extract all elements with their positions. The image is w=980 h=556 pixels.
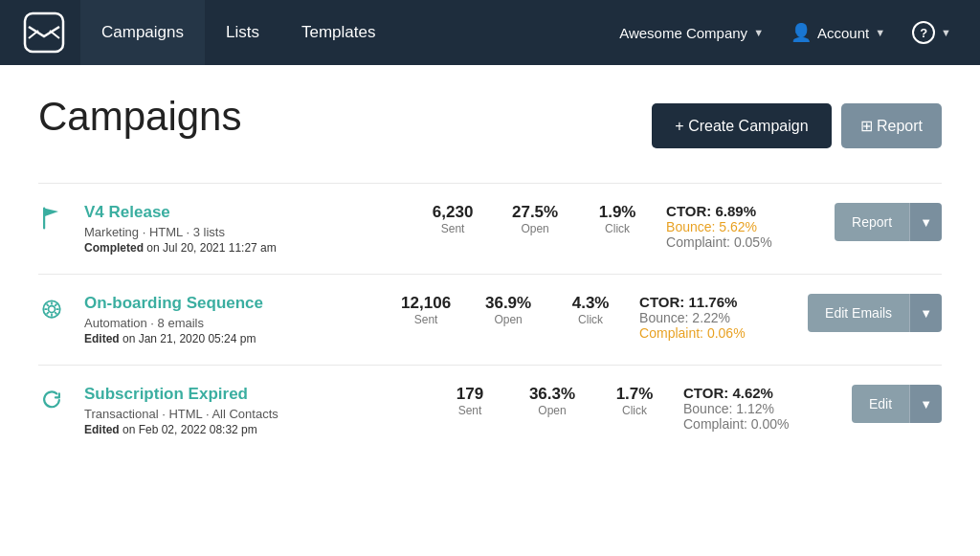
complaint-value: Complaint: 0.00% — [683, 416, 836, 432]
ctor-block: CTOR: 11.76% Bounce: 2.22% Complaint: 0.… — [639, 294, 792, 341]
campaign-date: Edited on Jan 21, 2020 05:24 pm — [84, 332, 377, 345]
stat-click: 1.9% Click — [584, 203, 651, 235]
company-caret-icon: ▼ — [753, 27, 764, 38]
main-content: Campaigns + Create Campaign ⊞ Report V4 … — [0, 65, 980, 556]
campaign-info: On-boarding Sequence Automation · 8 emai… — [84, 294, 377, 345]
action-button-group: Edit ▼ — [852, 385, 942, 423]
stat-open: 27.5% Open — [501, 203, 568, 235]
open-label: Open — [475, 313, 542, 326]
header-actions: + Create Campaign ⊞ Report — [652, 103, 942, 148]
action-button-group: Report ▼ — [835, 203, 942, 241]
click-value: 1.9% — [584, 203, 651, 222]
company-dropdown[interactable]: Awesome Company ▼ — [606, 0, 777, 65]
open-value: 27.5% — [501, 203, 568, 222]
account-icon: 👤 — [791, 22, 812, 43]
help-dropdown[interactable]: ? ▼ — [899, 0, 965, 65]
action-button-group: Edit Emails ▼ — [808, 294, 942, 332]
flag-icon — [38, 205, 69, 235]
campaign-row: On-boarding Sequence Automation · 8 emai… — [38, 274, 942, 365]
action-caret-button[interactable]: ▼ — [909, 385, 942, 423]
page-title: Campaigns — [38, 94, 241, 140]
ctor-block: CTOR: 6.89% Bounce: 5.62% Complaint: 0.0… — [666, 203, 819, 250]
sent-label: Sent — [392, 313, 459, 326]
sent-label: Sent — [436, 404, 503, 417]
stat-sent: 6,230 Sent — [419, 203, 486, 235]
nav-lists[interactable]: Lists — [205, 0, 280, 65]
stat-open: 36.9% Open — [475, 294, 542, 326]
open-value: 36.3% — [519, 385, 586, 404]
sent-label: Sent — [419, 222, 486, 235]
campaign-row: Subscription Expired Transactional · HTM… — [38, 365, 942, 456]
complaint-value: Complaint: 0.05% — [666, 234, 819, 250]
click-label: Click — [584, 222, 651, 235]
company-name: Awesome Company — [619, 25, 747, 41]
open-label: Open — [519, 404, 586, 417]
click-label: Click — [557, 313, 624, 326]
sent-value: 12,106 — [392, 294, 459, 313]
account-dropdown[interactable]: 👤 Account ▼ — [777, 0, 899, 65]
action-button[interactable]: Report — [835, 203, 909, 241]
open-label: Open — [501, 222, 568, 235]
click-label: Click — [601, 404, 668, 417]
campaign-date: Edited on Feb 02, 2022 08:32 pm — [84, 423, 421, 436]
gear-icon — [38, 296, 69, 326]
stat-click: 4.3% Click — [557, 294, 624, 326]
ctor-block: CTOR: 4.62% Bounce: 1.12% Complaint: 0.0… — [683, 385, 836, 432]
svg-rect-0 — [25, 13, 63, 52]
campaign-name[interactable]: V4 Release — [84, 203, 404, 222]
help-icon: ? — [912, 21, 935, 44]
action-button[interactable]: Edit Emails — [808, 294, 909, 332]
bounce-value: Bounce: 5.62% — [666, 219, 819, 234]
campaigns-list: V4 Release Marketing · HTML · 3 lists Co… — [38, 183, 942, 456]
page-header: Campaigns + Create Campaign ⊞ Report — [38, 94, 942, 148]
refresh-icon — [38, 387, 69, 417]
ctor-value: CTOR: 4.62% — [683, 385, 836, 401]
bounce-value: Bounce: 2.22% — [639, 310, 792, 325]
nav-campaigns[interactable]: Campaigns — [80, 0, 205, 65]
campaign-date: Completed on Jul 20, 2021 11:27 am — [84, 241, 404, 255]
campaign-row: V4 Release Marketing · HTML · 3 lists Co… — [38, 183, 942, 274]
ctor-value: CTOR: 11.76% — [639, 294, 792, 310]
action-caret-button[interactable]: ▼ — [909, 203, 942, 241]
nav-templates[interactable]: Templates — [280, 0, 396, 65]
campaign-meta: Transactional · HTML · All Contacts — [84, 407, 421, 421]
campaign-name[interactable]: On-boarding Sequence — [84, 294, 377, 313]
sent-value: 179 — [436, 385, 503, 404]
stat-open: 36.3% Open — [519, 385, 586, 417]
report-button[interactable]: ⊞ Report — [841, 103, 942, 148]
account-caret-icon: ▼ — [875, 27, 885, 38]
create-campaign-button[interactable]: + Create Campaign — [652, 103, 831, 148]
ctor-value: CTOR: 6.89% — [666, 203, 819, 219]
click-value: 1.7% — [601, 385, 668, 404]
campaign-info: V4 Release Marketing · HTML · 3 lists Co… — [84, 203, 404, 255]
main-nav: Campaigns Lists Templates Awesome Compan… — [0, 0, 980, 65]
campaign-meta: Marketing · HTML · 3 lists — [84, 225, 404, 239]
stat-sent: 12,106 Sent — [392, 294, 459, 326]
click-value: 4.3% — [557, 294, 624, 313]
svg-point-2 — [49, 306, 56, 313]
help-caret-icon: ▼ — [941, 27, 951, 38]
action-button[interactable]: Edit — [852, 385, 909, 423]
campaign-info: Subscription Expired Transactional · HTM… — [84, 385, 421, 436]
campaign-meta: Automation · 8 emails — [84, 316, 377, 330]
action-caret-button[interactable]: ▼ — [909, 294, 942, 332]
open-value: 36.9% — [475, 294, 542, 313]
logo[interactable] — [15, 4, 73, 61]
complaint-value: Complaint: 0.06% — [639, 325, 792, 341]
bounce-value: Bounce: 1.12% — [683, 401, 836, 416]
stat-sent: 179 Sent — [436, 385, 503, 417]
sent-value: 6,230 — [419, 203, 486, 222]
stat-click: 1.7% Click — [601, 385, 668, 417]
campaign-name[interactable]: Subscription Expired — [84, 385, 421, 404]
account-label: Account — [817, 25, 869, 41]
